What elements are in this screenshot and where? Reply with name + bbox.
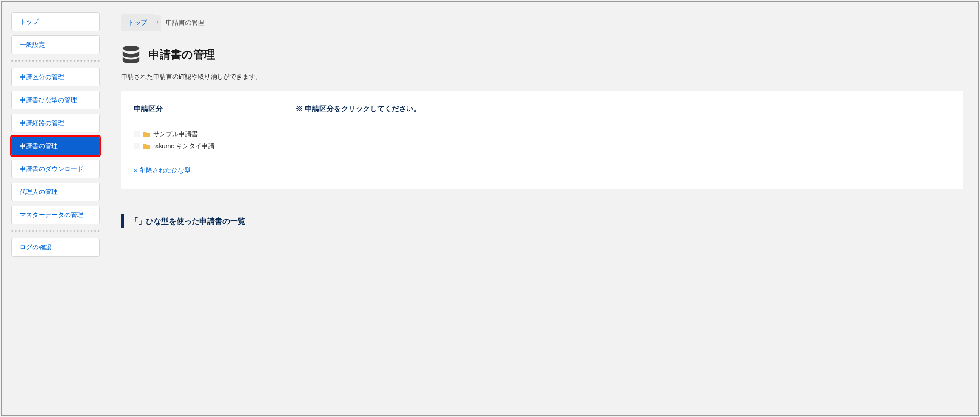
sidebar-item-label: 申請書のダウンロード [20,165,83,173]
folder-icon [143,131,151,137]
page-title: 申請書の管理 [148,47,215,62]
sidebar: トップ 一般設定 申請区分の管理 申請書ひな型の管理 申請経路の管理 申請書の管… [2,2,109,415]
tree-item[interactable]: + サンプル申請書 [134,128,951,140]
expand-icon[interactable]: + [134,131,140,137]
sidebar-item-download[interactable]: 申請書のダウンロード [11,160,100,178]
sidebar-item-master-data[interactable]: マスターデータの管理 [11,206,100,224]
tree-item[interactable]: + rakumo キンタイ申請 [134,140,951,152]
expand-icon[interactable]: + [134,143,140,149]
database-icon [121,45,141,64]
folder-icon [143,143,151,149]
sidebar-item-proxy-mgmt[interactable]: 代理人の管理 [11,183,100,201]
sidebar-item-application-mgmt[interactable]: 申請書の管理 [11,137,100,155]
sidebar-item-route-mgmt[interactable]: 申請経路の管理 [11,114,100,132]
sidebar-item-label: 申請書ひな型の管理 [20,96,77,104]
section-title: 申請区分 [134,104,279,114]
breadcrumb: トップ / 申請書の管理 [121,14,963,31]
sidebar-item-label: 申請区分の管理 [20,73,64,81]
category-panel: 申請区分 ※ 申請区分をクリックしてください。 + サンプル申請書 + [121,91,963,189]
svg-point-0 [123,46,139,51]
sidebar-separator [11,60,100,62]
tree-item-label: rakumo キンタイ申請 [153,142,214,150]
sidebar-item-label: ログの確認 [20,243,51,251]
tree-item-label: サンプル申請書 [153,130,198,138]
instruction-text: ※ 申請区分をクリックしてください。 [296,104,421,114]
deleted-templates-link[interactable]: » 削除されたひな型 [134,166,191,174]
breadcrumb-root-link[interactable]: トップ [121,14,154,31]
sidebar-item-label: トップ [20,18,39,26]
page-header: 申請書の管理 [121,45,963,64]
sidebar-item-template-mgmt[interactable]: 申請書ひな型の管理 [11,91,100,109]
sidebar-item-label: マスターデータの管理 [20,211,83,219]
breadcrumb-separator: / [154,15,161,31]
main-content: トップ / 申請書の管理 申請書の管理 申請された申請書の確認や取り消しができま… [109,2,978,415]
sidebar-item-label: 申請経路の管理 [20,119,64,127]
sidebar-item-category-mgmt[interactable]: 申請区分の管理 [11,68,100,86]
breadcrumb-current: 申請書の管理 [161,14,211,31]
list-heading: 「」ひな型を使った申請書の一覧 [121,214,963,228]
sidebar-item-label: 一般設定 [20,41,45,49]
sidebar-item-general-settings[interactable]: 一般設定 [11,35,100,54]
page-description: 申請された申請書の確認や取り消しができます。 [121,73,963,81]
sidebar-item-log[interactable]: ログの確認 [11,238,100,257]
sidebar-item-label: 申請書の管理 [20,142,58,150]
sidebar-item-label: 代理人の管理 [20,188,58,196]
category-tree: + サンプル申請書 + rakumo キンタイ申請 [134,128,951,152]
sidebar-item-top[interactable]: トップ [11,12,100,31]
sidebar-separator [11,230,100,232]
